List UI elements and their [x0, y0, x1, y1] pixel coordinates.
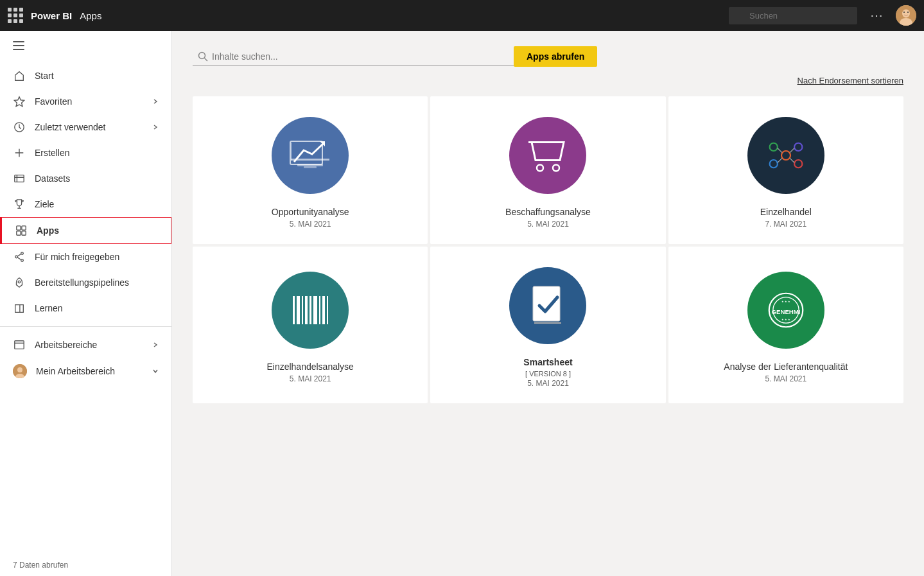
- sidebar-bottom: 7 Daten abrufen: [0, 554, 171, 576]
- svg-rect-51: [319, 296, 320, 324]
- svg-point-3: [902, 10, 910, 18]
- plus-icon: [13, 146, 26, 159]
- svg-rect-45: [293, 296, 295, 324]
- app-name-einzelhandelsanalyse: Einzelhandelsanalyse: [266, 362, 353, 372]
- svg-rect-16: [22, 231, 26, 235]
- sidebar-footer: 7 Daten abrufen: [0, 554, 171, 576]
- sidebar-label-apps: Apps: [37, 225, 59, 236]
- app-icon-opportunityanalyse: [272, 117, 349, 194]
- svg-point-20: [18, 281, 21, 283]
- app-date-lieferantenqualitaet: 5. MAI 2021: [765, 374, 806, 383]
- svg-rect-54: [533, 286, 560, 321]
- workspace-icon: [13, 338, 26, 351]
- sidebar-label-ziele: Ziele: [35, 199, 54, 209]
- app-icon-smartsheet: [509, 267, 586, 344]
- sidebar-item-freigegeben[interactable]: Für mich freigegeben: [0, 244, 171, 270]
- chevron-right-icon2: [152, 122, 159, 132]
- sidebar-item-erstellen[interactable]: Erstellen: [0, 140, 171, 166]
- svg-text:GENEHMI: GENEHMI: [771, 308, 800, 315]
- app-date-einzelhandelsanalyse: 5. MAI 2021: [290, 374, 331, 383]
- svg-point-25: [199, 53, 205, 59]
- more-options-icon[interactable]: ⋯: [865, 8, 888, 23]
- app-card-einzelhandelsanalyse[interactable]: Einzelhandelsanalyse 5. MAI 2021: [193, 247, 428, 403]
- svg-rect-48: [305, 296, 308, 324]
- app-card-beschaffungsanalyse[interactable]: Beschaffungsanalyse 5. MAI 2021: [430, 96, 665, 244]
- book-icon: [13, 302, 26, 315]
- sidebar-item-mein-arbeitsbereich[interactable]: Mein Arbeitsbereich: [0, 358, 171, 385]
- main-content: Apps abrufen Nach Endorsement sortieren: [172, 31, 924, 576]
- svg-text:★ ★ ★: ★ ★ ★: [781, 318, 790, 321]
- sidebar-label-favoriten: Favoriten: [35, 96, 72, 107]
- app-name-smartsheet: Smartsheet: [523, 357, 572, 367]
- svg-point-18: [15, 256, 18, 258]
- svg-rect-52: [322, 296, 325, 324]
- svg-point-35: [553, 165, 559, 171]
- app-name-einzelhandel: Einzelhandel: [760, 207, 812, 217]
- sidebar-item-zuletzt[interactable]: Zuletzt verwendet: [0, 114, 171, 140]
- sidebar-item-favoriten[interactable]: Favoriten: [0, 89, 171, 114]
- svg-point-6: [907, 12, 909, 13]
- brand-label: Power BI: [31, 10, 72, 21]
- sidebar-label-pipelines: Bereitstellungspipelines: [35, 277, 129, 288]
- chevron-right-icon3: [152, 340, 159, 350]
- app-card-einzelhandel[interactable]: Einzelhandel 7. MAI 2021: [668, 96, 903, 244]
- svg-rect-32: [304, 166, 317, 168]
- sidebar-item-start[interactable]: Start: [0, 63, 171, 89]
- search-icon2: [198, 51, 208, 62]
- topbar-search-input[interactable]: [729, 7, 857, 24]
- app-name-lieferantenqualitaet: Analyse der Lieferantenqualität: [724, 362, 848, 372]
- sort-label-text[interactable]: Nach Endorsement sortieren: [798, 76, 903, 85]
- sidebar-item-pipelines[interactable]: Bereitstellungspipelines: [0, 270, 171, 295]
- app-card-lieferantenqualitaet[interactable]: ★ ★ ★ GENEHMI ★ ★ ★ Analyse der Lieferan…: [668, 247, 903, 403]
- app-version-smartsheet: [ VERSION 8 ]: [525, 370, 571, 378]
- app-date-einzelhandel: 7. MAI 2021: [765, 220, 806, 229]
- svg-point-34: [537, 165, 543, 171]
- sidebar: Start Favoriten Zuletzt verwendet: [0, 31, 172, 576]
- svg-rect-28: [291, 143, 292, 161]
- svg-rect-7: [13, 41, 24, 42]
- avatar[interactable]: [896, 5, 916, 26]
- svg-rect-50: [313, 296, 317, 324]
- sidebar-label-zuletzt: Zuletzt verwendet: [35, 122, 106, 132]
- svg-rect-14: [22, 226, 26, 230]
- svg-point-23: [17, 367, 22, 372]
- app-card-opportunityanalyse[interactable]: Opportunityanalyse 5. MAI 2021: [193, 96, 428, 244]
- svg-rect-15: [17, 231, 21, 235]
- apps-abrufen-button[interactable]: Apps abrufen: [514, 46, 597, 67]
- waffle-icon[interactable]: [8, 8, 23, 23]
- app-card-smartsheet[interactable]: Smartsheet [ VERSION 8 ] 5. MAI 2021: [430, 247, 665, 403]
- svg-line-41: [778, 148, 782, 153]
- svg-rect-46: [297, 296, 300, 324]
- svg-line-44: [790, 158, 794, 162]
- sidebar-item-ziele[interactable]: Ziele: [0, 191, 171, 217]
- svg-rect-13: [17, 226, 21, 230]
- svg-point-17: [21, 252, 24, 255]
- sidebar-label-mein-arbeitsbereich: Mein Arbeitsbereich: [36, 366, 115, 376]
- svg-point-37: [769, 143, 777, 151]
- sidebar-toggle[interactable]: [0, 31, 171, 63]
- user-avatar-icon: [13, 364, 27, 378]
- sidebar-item-arbeitsbereiche[interactable]: Arbeitsbereiche: [0, 332, 171, 358]
- svg-point-39: [769, 160, 777, 168]
- svg-marker-10: [14, 97, 24, 107]
- svg-line-42: [790, 148, 794, 153]
- sidebar-item-datasets[interactable]: Datasets: [0, 166, 171, 191]
- share-icon: [13, 250, 26, 263]
- sidebar-item-lernen[interactable]: Lernen: [0, 295, 171, 321]
- app-name-opportunityanalyse: Opportunityanalyse: [272, 207, 349, 217]
- sidebar-label-arbeitsbereiche: Arbeitsbereiche: [35, 340, 97, 350]
- svg-line-43: [778, 158, 782, 162]
- sidebar-label-erstellen: Erstellen: [35, 148, 69, 158]
- topbar: Power BI Apps ⋯: [0, 0, 924, 31]
- clock-icon: [13, 121, 26, 134]
- sidebar-item-apps[interactable]: Apps: [0, 217, 171, 244]
- app-icon-einzelhandelsanalyse: [272, 272, 349, 349]
- content-search-input[interactable]: [193, 48, 514, 66]
- sidebar-label-lernen: Lernen: [35, 303, 63, 313]
- svg-point-19: [21, 259, 24, 262]
- star-icon: [13, 95, 26, 108]
- sort-label: Nach Endorsement sortieren: [798, 76, 903, 85]
- trophy-icon: [13, 198, 26, 211]
- svg-rect-31: [297, 164, 323, 166]
- app-name-beschaffungsanalyse: Beschaffungsanalyse: [505, 207, 591, 217]
